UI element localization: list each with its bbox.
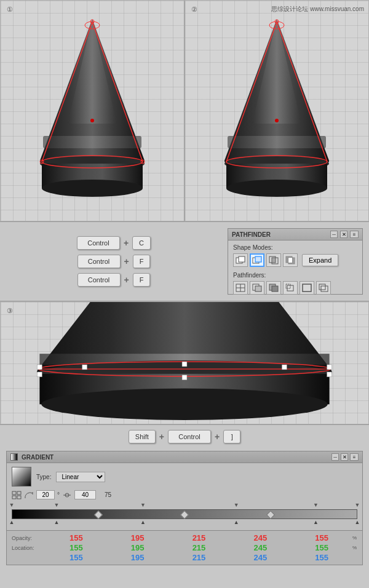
gradient-menu-btn[interactable]: ≡ bbox=[350, 453, 359, 461]
keyboard-controls: Control + C Control + F Control + F bbox=[0, 222, 228, 301]
gradient-panel: GRADIENT ─ ✕ ≡ Type: Linear bbox=[6, 451, 363, 565]
gradient-type-label: Type: bbox=[36, 474, 51, 480]
stop-top-1[interactable]: ▼ bbox=[9, 502, 15, 508]
diamond-3[interactable] bbox=[266, 511, 275, 519]
red-values-row: Opacity: 155 195 215 245 155 % bbox=[12, 533, 357, 542]
subtract-shape-btn[interactable] bbox=[250, 253, 264, 267]
c-key[interactable]: C bbox=[132, 236, 151, 250]
outline-btn[interactable] bbox=[300, 281, 314, 295]
stop-top-3[interactable]: ▼ bbox=[140, 502, 146, 508]
stop-bottom-2[interactable]: ▲ bbox=[54, 519, 60, 525]
plus-2: + bbox=[124, 256, 129, 266]
gradient-track[interactable] bbox=[12, 509, 357, 519]
panel-number-3: ③ bbox=[7, 307, 13, 315]
panel-number-2: ② bbox=[191, 6, 197, 14]
svg-point-9 bbox=[90, 119, 94, 122]
svg-rect-53 bbox=[182, 375, 187, 380]
stop-bottom-3[interactable]: ▲ bbox=[140, 519, 146, 525]
red-val-4: 245 bbox=[229, 533, 291, 542]
svg-rect-50 bbox=[327, 365, 332, 370]
red-val-5: 155 bbox=[291, 533, 352, 542]
degree-symbol: ° bbox=[57, 491, 60, 498]
stop-top-2[interactable]: ▼ bbox=[54, 502, 60, 508]
plus-1: + bbox=[124, 238, 129, 248]
bottom-stops: ▲ ▲ ▲ ▲ ▲ ▲ bbox=[12, 519, 357, 526]
shape-modes-row: Expand bbox=[233, 253, 357, 267]
crop-btn[interactable] bbox=[283, 281, 298, 295]
gradient-body: Type: Linear ° bbox=[7, 463, 362, 530]
top-cones-section: ① bbox=[0, 0, 369, 221]
shortcut-row-2: Control + F bbox=[77, 255, 151, 268]
svg-rect-0 bbox=[43, 136, 141, 148]
exclude-shape-btn[interactable] bbox=[283, 253, 298, 267]
svg-point-13 bbox=[226, 180, 327, 197]
gradient-close-btn[interactable]: ✕ bbox=[341, 453, 348, 461]
bottom-cone-svg bbox=[1, 302, 368, 424]
gradient-title: GRADIENT bbox=[22, 454, 54, 461]
pathfinder-header: PATHFINDER ─ ✕ ≡ bbox=[228, 229, 362, 240]
gradient-angle-input[interactable] bbox=[36, 490, 55, 499]
svg-rect-49 bbox=[282, 365, 287, 370]
svg-rect-57 bbox=[17, 496, 21, 499]
stop-top-4[interactable]: ▼ bbox=[234, 502, 239, 508]
stop-top-5[interactable]: ▼ bbox=[313, 502, 319, 508]
diamond-1[interactable] bbox=[94, 511, 103, 519]
shift-key[interactable]: Shift bbox=[129, 430, 156, 443]
control-key-3[interactable]: Control bbox=[77, 273, 121, 287]
red-val-3: 215 bbox=[169, 533, 230, 542]
expand-button[interactable]: Expand bbox=[302, 254, 338, 266]
svg-rect-48 bbox=[182, 362, 187, 367]
close-btn[interactable]: ✕ bbox=[340, 231, 347, 238]
control-key-2[interactable]: Control bbox=[77, 255, 121, 268]
f-key-2[interactable]: F bbox=[133, 273, 151, 287]
gradient-controls-row: Type: Linear bbox=[12, 467, 357, 487]
svg-point-17 bbox=[275, 119, 279, 122]
red-val-1: 155 bbox=[46, 533, 107, 542]
watermark-text: 思综设计论坛 www.missvuan.com bbox=[271, 6, 364, 12]
minus-back-btn[interactable] bbox=[316, 281, 331, 295]
bracket-key[interactable]: ] bbox=[223, 430, 240, 443]
gradient-resize-icon bbox=[12, 491, 22, 499]
gradient-header: GRADIENT ─ ✕ ≡ bbox=[7, 451, 362, 463]
cone-panel-1: ① bbox=[0, 0, 184, 221]
gradient-swatch[interactable] bbox=[12, 467, 31, 487]
minimize-btn[interactable]: ─ bbox=[330, 231, 338, 238]
svg-rect-34 bbox=[272, 286, 278, 292]
stop-bottom-1[interactable]: ▲ bbox=[9, 519, 15, 525]
gradient-minimize-btn[interactable]: ─ bbox=[331, 453, 339, 461]
svg-rect-19 bbox=[239, 256, 245, 262]
svg-point-3 bbox=[42, 180, 143, 197]
plus-4: + bbox=[159, 432, 164, 442]
gradient-slider-area: ▼ ▼ ▼ ▼ ▼ ▼ ▲ ▲ ▲ ▲ ▲ ▲ bbox=[12, 502, 357, 526]
trim-btn[interactable] bbox=[250, 281, 264, 295]
stop-bottom-6[interactable]: ▲ bbox=[355, 519, 360, 525]
opacity-label: Opacity: bbox=[12, 535, 46, 541]
blue-values: 155 195 215 245 155 bbox=[46, 553, 352, 562]
diamond-2[interactable] bbox=[180, 511, 189, 519]
stop-bottom-5[interactable]: ▲ bbox=[313, 519, 319, 525]
intersect-shape-btn[interactable] bbox=[266, 253, 281, 267]
add-shape-btn[interactable] bbox=[233, 253, 248, 267]
blue-val-2: 195 bbox=[107, 553, 169, 562]
shape-modes-label: Shape Modes: bbox=[233, 244, 357, 251]
svg-rect-52 bbox=[327, 372, 332, 377]
menu-btn[interactable]: ≡ bbox=[350, 231, 359, 238]
control-key-4[interactable]: Control bbox=[168, 430, 211, 443]
f-key-1[interactable]: F bbox=[133, 255, 151, 268]
svg-rect-10 bbox=[228, 136, 326, 148]
merge-btn[interactable] bbox=[266, 281, 281, 295]
plus-3: + bbox=[124, 275, 129, 285]
gradient-pos1-input[interactable] bbox=[74, 490, 96, 499]
plus-5: + bbox=[215, 432, 220, 442]
divide-btn[interactable] bbox=[233, 281, 248, 295]
percent-label-g: % bbox=[352, 545, 357, 550]
stop-bottom-4[interactable]: ▲ bbox=[234, 519, 239, 525]
stop-top-6[interactable]: ▼ bbox=[355, 502, 360, 508]
green-values-row: Location: 155 195 215 245 155 % bbox=[12, 543, 357, 552]
gradient-type-select[interactable]: Linear bbox=[56, 472, 105, 482]
gradient-params-row: ° 75 bbox=[12, 490, 357, 499]
pathfinder-header-controls: ─ ✕ ≡ bbox=[330, 231, 359, 238]
watermark: 思综设计论坛 www.missvuan.com bbox=[271, 5, 364, 14]
control-key-1[interactable]: Control bbox=[77, 236, 120, 250]
green-values: 155 195 215 245 155 bbox=[46, 543, 352, 552]
